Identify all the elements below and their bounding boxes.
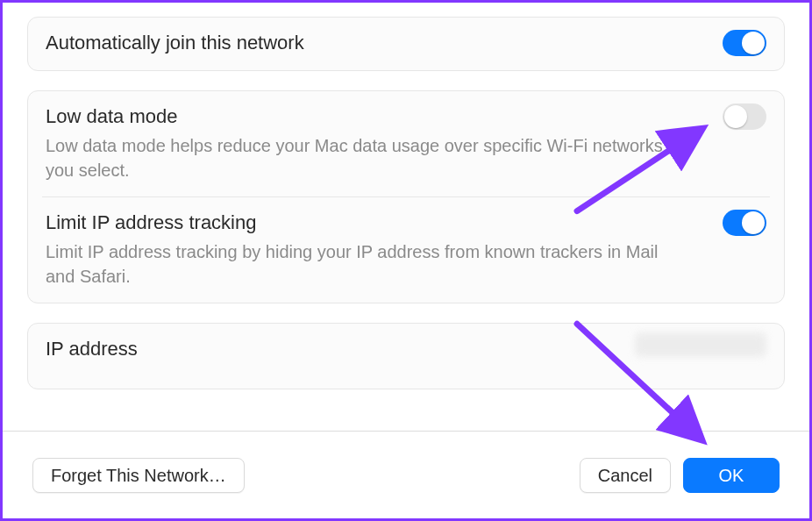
card-ip: IP address xyxy=(27,323,785,389)
limit-ip-toggle[interactable] xyxy=(723,210,766,236)
row-limit-ip: Limit IP address tracking Limit IP addre… xyxy=(42,196,770,303)
toggle-knob xyxy=(724,105,747,128)
dialog-footer: Forget This Network… Cancel OK xyxy=(3,431,809,518)
low-data-title: Low data mode xyxy=(46,103,766,130)
row-low-data: Low data mode Low data mode helps reduce… xyxy=(28,91,784,196)
auto-join-title: Automatically join this network xyxy=(46,30,766,56)
row-auto-join: Automatically join this network xyxy=(28,18,784,70)
toggle-knob xyxy=(742,32,765,54)
ok-button[interactable]: OK xyxy=(683,458,780,493)
limit-ip-desc: Limit IP address tracking by hiding your… xyxy=(46,239,677,289)
settings-scroll: Automatically join this network Low data… xyxy=(3,3,809,429)
forget-network-button[interactable]: Forget This Network… xyxy=(32,458,245,493)
card-auto-join: Automatically join this network xyxy=(27,17,785,71)
limit-ip-title: Limit IP address tracking xyxy=(46,210,766,236)
low-data-toggle[interactable] xyxy=(723,103,766,130)
toggle-knob xyxy=(742,211,765,234)
auto-join-toggle[interactable] xyxy=(723,30,766,56)
low-data-desc: Low data mode helps reduce your Mac data… xyxy=(46,133,677,182)
card-privacy: Low data mode Low data mode helps reduce… xyxy=(27,90,785,303)
cancel-button[interactable]: Cancel xyxy=(580,458,671,493)
ip-address-value xyxy=(635,332,766,357)
row-ip-address: IP address xyxy=(28,324,784,389)
settings-dialog: Automatically join this network Low data… xyxy=(0,0,812,521)
